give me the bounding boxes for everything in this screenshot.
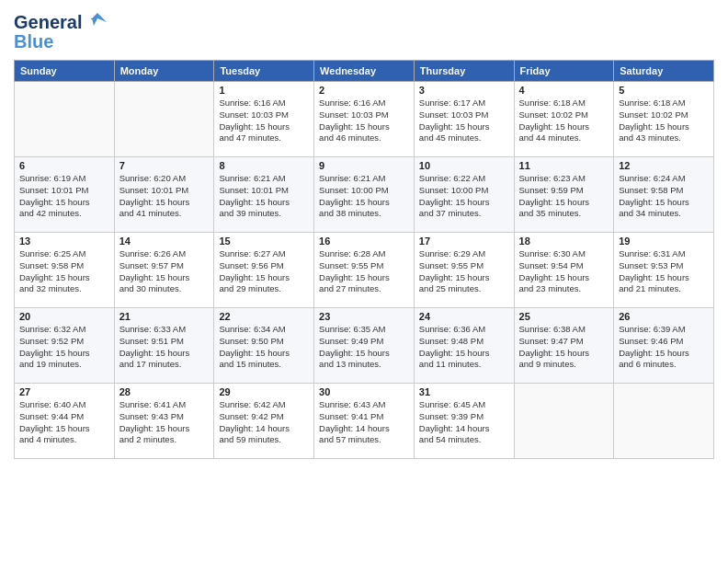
day-number: 31 <box>419 386 509 397</box>
calendar-cell: 4Sunrise: 6:18 AM Sunset: 10:02 PM Dayli… <box>514 82 614 157</box>
day-number: 22 <box>219 311 309 322</box>
calendar-cell: 24Sunrise: 6:36 AM Sunset: 9:48 PM Dayli… <box>414 308 514 384</box>
day-number: 15 <box>219 236 309 247</box>
calendar-cell: 5Sunrise: 6:18 AM Sunset: 10:02 PM Dayli… <box>614 82 714 157</box>
weekday-header-thursday: Thursday <box>414 61 514 82</box>
calendar-cell <box>114 82 214 157</box>
day-number: 19 <box>619 236 709 247</box>
calendar-cell: 6Sunrise: 6:19 AM Sunset: 10:01 PM Dayli… <box>15 157 115 233</box>
calendar-cell: 31Sunrise: 6:45 AM Sunset: 9:39 PM Dayli… <box>414 384 514 459</box>
day-info: Sunrise: 6:22 AM Sunset: 10:00 PM Daylig… <box>419 173 509 220</box>
calendar-cell: 9Sunrise: 6:21 AM Sunset: 10:00 PM Dayli… <box>314 157 415 233</box>
day-info: Sunrise: 6:23 AM Sunset: 9:59 PM Dayligh… <box>519 173 609 220</box>
day-info: Sunrise: 6:28 AM Sunset: 9:55 PM Dayligh… <box>319 248 409 295</box>
day-info: Sunrise: 6:21 AM Sunset: 10:01 PM Daylig… <box>219 173 309 220</box>
weekday-header-tuesday: Tuesday <box>214 61 314 82</box>
day-info: Sunrise: 6:39 AM Sunset: 9:46 PM Dayligh… <box>619 324 709 371</box>
day-info: Sunrise: 6:19 AM Sunset: 10:01 PM Daylig… <box>19 173 109 220</box>
day-number: 13 <box>19 236 109 247</box>
calendar-cell: 22Sunrise: 6:34 AM Sunset: 9:50 PM Dayli… <box>214 308 314 384</box>
day-number: 28 <box>119 386 210 397</box>
logo-blue: Blue <box>14 31 53 52</box>
calendar-cell <box>15 82 115 157</box>
day-number: 6 <box>19 160 109 171</box>
day-info: Sunrise: 6:32 AM Sunset: 9:52 PM Dayligh… <box>19 324 109 371</box>
calendar-cell: 7Sunrise: 6:20 AM Sunset: 10:01 PM Dayli… <box>114 157 214 233</box>
day-info: Sunrise: 6:24 AM Sunset: 9:58 PM Dayligh… <box>619 173 709 220</box>
day-info: Sunrise: 6:17 AM Sunset: 10:03 PM Daylig… <box>419 98 509 144</box>
day-number: 30 <box>319 386 409 397</box>
day-info: Sunrise: 6:41 AM Sunset: 9:43 PM Dayligh… <box>119 399 210 446</box>
svg-marker-0 <box>88 13 107 26</box>
calendar-cell: 20Sunrise: 6:32 AM Sunset: 9:52 PM Dayli… <box>15 308 115 384</box>
day-number: 29 <box>219 386 309 397</box>
day-info: Sunrise: 6:16 AM Sunset: 10:03 PM Daylig… <box>219 98 309 144</box>
calendar-cell: 11Sunrise: 6:23 AM Sunset: 9:59 PM Dayli… <box>514 157 614 233</box>
calendar-cell: 10Sunrise: 6:22 AM Sunset: 10:00 PM Dayl… <box>414 157 514 233</box>
calendar-cell: 15Sunrise: 6:27 AM Sunset: 9:56 PM Dayli… <box>214 233 314 308</box>
day-info: Sunrise: 6:38 AM Sunset: 9:47 PM Dayligh… <box>519 324 609 371</box>
calendar-cell: 18Sunrise: 6:30 AM Sunset: 9:54 PM Dayli… <box>514 233 614 308</box>
day-number: 11 <box>519 160 609 171</box>
day-number: 24 <box>419 311 509 322</box>
day-number: 20 <box>19 311 109 322</box>
day-number: 23 <box>319 311 409 322</box>
day-number: 2 <box>319 85 409 96</box>
day-number: 1 <box>219 85 309 96</box>
logo: General Blue <box>14 9 110 52</box>
calendar-cell: 16Sunrise: 6:28 AM Sunset: 9:55 PM Dayli… <box>314 233 415 308</box>
calendar-cell: 1Sunrise: 6:16 AM Sunset: 10:03 PM Dayli… <box>214 82 314 157</box>
calendar-cell: 25Sunrise: 6:38 AM Sunset: 9:47 PM Dayli… <box>514 308 614 384</box>
day-number: 21 <box>119 311 210 322</box>
day-number: 4 <box>519 85 609 96</box>
day-info: Sunrise: 6:31 AM Sunset: 9:53 PM Dayligh… <box>619 248 709 295</box>
calendar-cell: 30Sunrise: 6:43 AM Sunset: 9:41 PM Dayli… <box>314 384 415 459</box>
calendar-cell: 23Sunrise: 6:35 AM Sunset: 9:49 PM Dayli… <box>314 308 415 384</box>
day-info: Sunrise: 6:33 AM Sunset: 9:51 PM Dayligh… <box>119 324 210 371</box>
logo-general: General <box>14 12 82 33</box>
day-info: Sunrise: 6:34 AM Sunset: 9:50 PM Dayligh… <box>219 324 309 371</box>
day-number: 3 <box>419 85 509 96</box>
calendar-cell: 14Sunrise: 6:26 AM Sunset: 9:57 PM Dayli… <box>114 233 214 308</box>
day-number: 9 <box>319 160 409 171</box>
day-number: 18 <box>519 236 609 247</box>
calendar-week-row: 1Sunrise: 6:16 AM Sunset: 10:03 PM Dayli… <box>15 82 714 157</box>
calendar-week-row: 13Sunrise: 6:25 AM Sunset: 9:58 PM Dayli… <box>15 233 714 308</box>
day-number: 7 <box>119 160 210 171</box>
day-number: 5 <box>619 85 709 96</box>
calendar-cell: 2Sunrise: 6:16 AM Sunset: 10:03 PM Dayli… <box>314 82 415 157</box>
day-info: Sunrise: 6:43 AM Sunset: 9:41 PM Dayligh… <box>319 399 409 446</box>
day-number: 17 <box>419 236 509 247</box>
weekday-header-sunday: Sunday <box>15 61 115 82</box>
day-info: Sunrise: 6:26 AM Sunset: 9:57 PM Dayligh… <box>119 248 210 295</box>
page-container: General Blue SundayMondayTuesdayWednesda… <box>0 0 728 468</box>
day-number: 25 <box>519 311 609 322</box>
day-info: Sunrise: 6:20 AM Sunset: 10:01 PM Daylig… <box>119 173 210 220</box>
weekday-header-friday: Friday <box>514 61 614 82</box>
calendar-cell: 27Sunrise: 6:40 AM Sunset: 9:44 PM Dayli… <box>15 384 115 459</box>
day-info: Sunrise: 6:35 AM Sunset: 9:49 PM Dayligh… <box>319 324 409 371</box>
calendar-cell: 29Sunrise: 6:42 AM Sunset: 9:42 PM Dayli… <box>214 384 314 459</box>
day-number: 27 <box>19 386 109 397</box>
day-number: 26 <box>619 311 709 322</box>
day-number: 12 <box>619 160 709 171</box>
day-info: Sunrise: 6:45 AM Sunset: 9:39 PM Dayligh… <box>419 399 509 446</box>
calendar-cell: 8Sunrise: 6:21 AM Sunset: 10:01 PM Dayli… <box>214 157 314 233</box>
calendar-cell: 13Sunrise: 6:25 AM Sunset: 9:58 PM Dayli… <box>15 233 115 308</box>
day-number: 10 <box>419 160 509 171</box>
calendar-cell: 3Sunrise: 6:17 AM Sunset: 10:03 PM Dayli… <box>414 82 514 157</box>
calendar-cell: 21Sunrise: 6:33 AM Sunset: 9:51 PM Dayli… <box>114 308 214 384</box>
day-info: Sunrise: 6:18 AM Sunset: 10:02 PM Daylig… <box>619 98 709 144</box>
weekday-header-monday: Monday <box>114 61 214 82</box>
day-info: Sunrise: 6:16 AM Sunset: 10:03 PM Daylig… <box>319 98 409 144</box>
day-info: Sunrise: 6:21 AM Sunset: 10:00 PM Daylig… <box>319 173 409 220</box>
calendar-cell: 28Sunrise: 6:41 AM Sunset: 9:43 PM Dayli… <box>114 384 214 459</box>
day-info: Sunrise: 6:36 AM Sunset: 9:48 PM Dayligh… <box>419 324 509 371</box>
calendar-table: SundayMondayTuesdayWednesdayThursdayFrid… <box>14 60 714 459</box>
day-info: Sunrise: 6:25 AM Sunset: 9:58 PM Dayligh… <box>19 248 109 295</box>
header: General Blue <box>14 9 714 52</box>
day-info: Sunrise: 6:40 AM Sunset: 9:44 PM Dayligh… <box>19 399 109 446</box>
logo-bird-icon <box>85 9 110 35</box>
calendar-cell: 26Sunrise: 6:39 AM Sunset: 9:46 PM Dayli… <box>614 308 714 384</box>
weekday-header-wednesday: Wednesday <box>314 61 415 82</box>
